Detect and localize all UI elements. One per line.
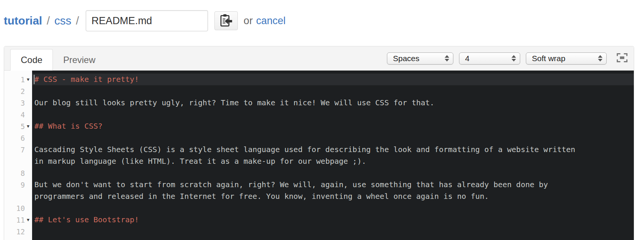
- line-number: 12: [16, 228, 25, 236]
- text-cursor: [34, 75, 35, 84]
- gutter-cell: 1▾: [4, 74, 32, 85]
- gutter-cell: 3: [4, 97, 32, 109]
- code-line[interactable]: # CSS - make it pretty!: [32, 74, 634, 85]
- code-line[interactable]: [32, 202, 634, 214]
- code-line[interactable]: [32, 132, 634, 144]
- gutter-cell: 10: [4, 202, 32, 214]
- editor-row[interactable]: 3Our blog still looks pretty ugly, right…: [4, 97, 634, 109]
- code-line-text: # CSS - make it pretty!: [34, 75, 139, 84]
- line-number: 9: [21, 181, 25, 189]
- wrap-mode-select[interactable]: Soft wrap: [526, 52, 607, 65]
- line-number: 1: [21, 75, 25, 84]
- gutter-cell: 7: [4, 144, 32, 155]
- gutter-cell: [4, 191, 32, 202]
- gutter-cell: 13: [4, 237, 32, 240]
- code-editor[interactable]: 1▾# CSS - make it pretty!23Our blog stil…: [4, 71, 634, 240]
- code-line[interactable]: in markup language (like HTML). Treat it…: [32, 155, 634, 167]
- breadcrumb-dir-link[interactable]: css: [54, 14, 71, 27]
- code-line[interactable]: But we don't want to start from scratch …: [32, 179, 634, 191]
- editor-row[interactable]: 2: [4, 85, 634, 97]
- code-line-text: programmers and released in the Internet…: [34, 192, 489, 201]
- editor-tabs: Code Preview: [10, 49, 106, 71]
- indent-size-value: 4: [465, 54, 508, 63]
- code-line-text: ## Let's use Bootstrap!: [34, 215, 139, 224]
- indent-mode-select[interactable]: Spaces: [387, 52, 453, 65]
- line-number: 10: [16, 204, 25, 212]
- gutter-cell: [4, 155, 32, 167]
- screen-full-icon: [616, 52, 628, 64]
- editor-row[interactable]: 8: [4, 167, 634, 179]
- editor-row[interactable]: 13: [4, 237, 634, 240]
- code-line[interactable]: [32, 237, 634, 240]
- code-line-text: Cascading Style Sheets (CSS) is a style …: [34, 145, 575, 154]
- indent-mode-value: Spaces: [393, 54, 442, 63]
- gutter-cell: 11▾: [4, 214, 32, 226]
- line-number: 7: [21, 146, 25, 154]
- code-line-text: But we don't want to start from scratch …: [34, 180, 548, 189]
- code-line[interactable]: Our blog still looks pretty ugly, right?…: [32, 97, 634, 109]
- code-line[interactable]: [32, 85, 634, 97]
- indent-size-select[interactable]: 4: [459, 52, 520, 65]
- tab-code[interactable]: Code: [10, 49, 53, 71]
- code-line[interactable]: ## Let's use Bootstrap!: [32, 214, 634, 226]
- editor-row[interactable]: in markup language (like HTML). Treat it…: [4, 155, 634, 167]
- editor-row[interactable]: 11▾## Let's use Bootstrap!: [4, 214, 634, 226]
- code-line[interactable]: ## What is CSS?: [32, 120, 634, 132]
- editor-row[interactable]: programmers and released in the Internet…: [4, 191, 634, 202]
- file-editor-panel: Code Preview Spaces 4 Soft wrap 1▾# CSS …: [4, 46, 634, 240]
- gutter-cell: 8: [4, 167, 32, 179]
- gutter-cell: 2: [4, 85, 32, 97]
- code-line[interactable]: [32, 226, 634, 237]
- tab-preview[interactable]: Preview: [53, 49, 105, 71]
- code-line[interactable]: [32, 109, 634, 120]
- line-number: 2: [21, 87, 25, 95]
- line-number: 11: [16, 216, 25, 224]
- line-number: 6: [21, 134, 25, 142]
- gutter-cell: 12: [4, 226, 32, 237]
- filename-input[interactable]: [86, 10, 208, 31]
- wrap-mode-value: Soft wrap: [532, 54, 595, 63]
- editor-row[interactable]: 9But we don't want to start from scratch…: [4, 179, 634, 191]
- code-line-text: in markup language (like HTML). Treat it…: [34, 157, 366, 166]
- select-spinner-icon: [512, 55, 516, 62]
- fold-arrow-icon[interactable]: ▾: [25, 74, 31, 85]
- select-spinner-icon: [598, 55, 602, 62]
- breadcrumb-separator: /: [76, 14, 79, 27]
- editor-row[interactable]: 5▾## What is CSS?: [4, 120, 634, 132]
- clipboard-arrow-icon: [219, 13, 233, 29]
- fold-arrow-icon[interactable]: ▾: [25, 214, 31, 226]
- breadcrumb: tutorial / css / or cancel: [0, 0, 644, 32]
- gutter-cell: 4: [4, 109, 32, 120]
- editor-row[interactable]: 6: [4, 132, 634, 144]
- line-number: 8: [21, 169, 25, 177]
- or-text: or: [243, 15, 253, 27]
- code-line[interactable]: Cascading Style Sheets (CSS) is a style …: [32, 144, 634, 155]
- editor-row[interactable]: 12: [4, 226, 634, 237]
- code-line[interactable]: programmers and released in the Internet…: [32, 191, 634, 202]
- code-line-text: ## What is CSS?: [34, 122, 103, 131]
- code-line-text: Our blog still looks pretty ugly, right?…: [34, 98, 434, 107]
- select-spinner-icon: [445, 55, 449, 62]
- readme-template-button[interactable]: [214, 11, 238, 30]
- gutter-cell: 9: [4, 179, 32, 191]
- cancel-link[interactable]: cancel: [256, 15, 285, 27]
- breadcrumb-separator: /: [47, 14, 50, 27]
- gutter-cell: 5▾: [4, 120, 32, 132]
- editor-header: Code Preview Spaces 4 Soft wrap: [4, 46, 634, 71]
- editor-row[interactable]: 4: [4, 109, 634, 120]
- gutter-cell: 6: [4, 132, 32, 144]
- line-number: 3: [21, 99, 25, 107]
- editor-row[interactable]: 1▾# CSS - make it pretty!: [4, 74, 634, 85]
- editor-row[interactable]: 10: [4, 202, 634, 214]
- code-line[interactable]: [32, 167, 634, 179]
- fold-arrow-icon[interactable]: ▾: [25, 120, 31, 132]
- line-number: 4: [21, 111, 25, 119]
- line-number: 5: [21, 122, 25, 131]
- breadcrumb-repo-link[interactable]: tutorial: [4, 14, 42, 27]
- fullscreen-button[interactable]: [616, 52, 628, 64]
- editor-row[interactable]: 7Cascading Style Sheets (CSS) is a style…: [4, 144, 634, 155]
